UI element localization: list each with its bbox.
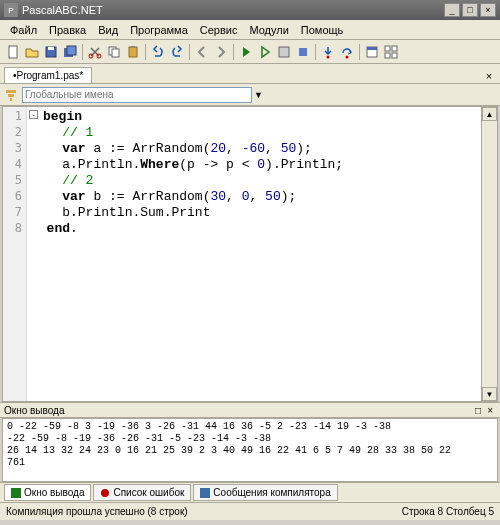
code-area[interactable]: begin // 1 var a := ArrRandom(20, -60, 5… (27, 107, 481, 401)
svg-point-25 (101, 489, 109, 497)
svg-rect-17 (385, 46, 390, 51)
svg-rect-20 (392, 53, 397, 58)
svg-rect-4 (67, 46, 76, 55)
svg-rect-23 (10, 98, 12, 101)
svg-rect-10 (131, 46, 135, 48)
status-message: Компиляция прошла успешно (8 строк) (6, 506, 402, 517)
scroll-down-icon[interactable]: ▼ (482, 387, 497, 401)
global-names-input[interactable] (22, 87, 252, 103)
output-panel-body[interactable]: 0 -22 -59 -8 3 -19 -36 3 -26 -31 44 16 3… (2, 418, 498, 482)
save-all-icon[interactable] (61, 43, 79, 61)
close-button[interactable]: × (480, 3, 496, 17)
svg-rect-21 (6, 90, 16, 93)
svg-rect-9 (129, 47, 137, 57)
toolbar (0, 40, 500, 64)
btab-compiler[interactable]: Сообщения компилятора (193, 484, 337, 501)
svg-rect-19 (385, 53, 390, 58)
output-title: Окно вывода (4, 405, 472, 416)
new-form-icon[interactable] (363, 43, 381, 61)
window-title: PascalABC.NET (22, 4, 444, 16)
svg-rect-18 (392, 46, 397, 51)
menu-help[interactable]: Помощь (295, 22, 350, 38)
output-pin-icon[interactable]: □ (472, 405, 484, 416)
fold-toggle-icon[interactable]: - (29, 110, 38, 119)
run-icon[interactable] (237, 43, 255, 61)
menubar: Файл Правка Вид Программа Сервис Модули … (0, 20, 500, 40)
bottom-tabs: Окно вывода Список ошибок Сообщения комп… (0, 482, 500, 502)
form-designer-icon[interactable] (382, 43, 400, 61)
errors-tab-icon (100, 488, 110, 498)
svg-rect-2 (48, 47, 54, 50)
statusbar: Компиляция прошла успешно (8 строк) Стро… (0, 502, 500, 520)
editor-scrollbar[interactable]: ▲ ▼ (481, 107, 497, 401)
code-editor[interactable]: 1 2 3 4 5 6 7 8 - begin // 1 var a := Ar… (2, 106, 498, 402)
svg-rect-16 (367, 47, 377, 50)
svg-rect-12 (299, 48, 307, 56)
svg-point-13 (327, 55, 330, 58)
menu-file[interactable]: Файл (4, 22, 43, 38)
open-file-icon[interactable] (23, 43, 41, 61)
scroll-up-icon[interactable]: ▲ (482, 107, 497, 121)
menu-view[interactable]: Вид (92, 22, 124, 38)
svg-rect-11 (279, 47, 289, 57)
app-icon: P (4, 3, 18, 17)
maximize-button[interactable]: □ (462, 3, 478, 17)
new-file-icon[interactable] (4, 43, 22, 61)
step-over-icon[interactable] (338, 43, 356, 61)
document-tabs: •Program1.pas* × (0, 64, 500, 84)
menu-service[interactable]: Сервис (194, 22, 244, 38)
compile-icon[interactable] (275, 43, 293, 61)
line-gutter: 1 2 3 4 5 6 7 8 (3, 107, 27, 401)
svg-point-14 (346, 55, 349, 58)
tab-close-icon[interactable]: × (482, 69, 496, 83)
svg-rect-22 (8, 94, 14, 97)
btab-output[interactable]: Окно вывода (4, 484, 91, 501)
output-close-icon[interactable]: × (484, 405, 496, 416)
cut-icon[interactable] (86, 43, 104, 61)
filter-dropdown-icon[interactable]: ▼ (254, 90, 263, 100)
copy-icon[interactable] (105, 43, 123, 61)
undo-icon[interactable] (149, 43, 167, 61)
menu-edit[interactable]: Правка (43, 22, 92, 38)
menu-program[interactable]: Программа (124, 22, 194, 38)
step-into-icon[interactable] (319, 43, 337, 61)
minimize-button[interactable]: _ (444, 3, 460, 17)
menu-modules[interactable]: Модули (243, 22, 294, 38)
run-no-debug-icon[interactable] (256, 43, 274, 61)
svg-rect-26 (200, 488, 210, 498)
titlebar: P PascalABC.NET _ □ × (0, 0, 500, 20)
stop-icon[interactable] (294, 43, 312, 61)
output-panel-header: Окно вывода □ × (0, 402, 500, 418)
svg-rect-24 (11, 488, 21, 498)
svg-rect-0 (9, 46, 17, 58)
btab-errors[interactable]: Список ошибок (93, 484, 191, 501)
status-position: Строка 8 Столбец 5 (402, 506, 494, 517)
compiler-tab-icon (200, 488, 210, 498)
svg-rect-8 (112, 49, 119, 57)
save-icon[interactable] (42, 43, 60, 61)
filter-bar: ▼ (0, 84, 500, 106)
paste-icon[interactable] (124, 43, 142, 61)
tab-program1[interactable]: •Program1.pas* (4, 67, 92, 83)
redo-icon[interactable] (168, 43, 186, 61)
nav-back-icon[interactable] (193, 43, 211, 61)
nav-forward-icon[interactable] (212, 43, 230, 61)
filter-icon (4, 88, 18, 102)
output-tab-icon (11, 488, 21, 498)
